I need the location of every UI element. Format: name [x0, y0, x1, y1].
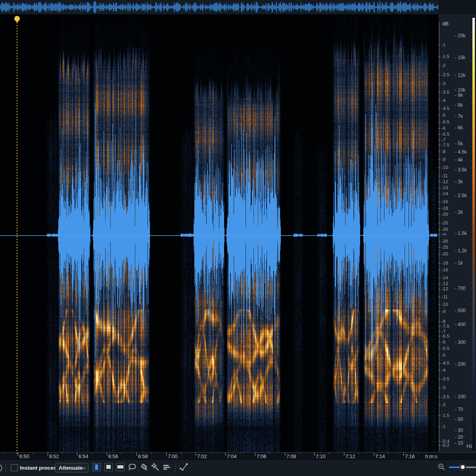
lasso-icon [128, 463, 137, 472]
frequency-selection-tool[interactable] [116, 463, 126, 472]
time-label: 7:10 [316, 454, 325, 459]
colormap-legend[interactable] [472, 18, 475, 450]
playhead-marker[interactable] [14, 16, 20, 21]
brush-selection-tool[interactable] [139, 463, 149, 472]
right-axis-panel: dB -1-1.5-2-2.5-3-3.5-4-4.5-5-5.5-6-6.5-… [438, 14, 476, 452]
time-label: 6:58 [138, 454, 148, 459]
time-frequency-selection-tool[interactable] [104, 463, 114, 472]
zoom-slider[interactable] [449, 466, 476, 468]
time-tick [285, 453, 285, 456]
time-tick [255, 453, 255, 456]
dropdown-value: Attenuate [59, 465, 83, 471]
brush-icon [139, 463, 149, 472]
instant-process-checkbox[interactable] [11, 464, 18, 471]
spectrogram-canvas[interactable] [0, 14, 438, 452]
time-label: 6:50 [19, 454, 29, 459]
levels-bars-icon [162, 463, 172, 472]
connect-points-tool[interactable] [179, 463, 189, 472]
time-tick [18, 453, 18, 456]
playhead-line [17, 22, 17, 455]
magic-wand-icon [151, 463, 160, 472]
chevron-down-icon [82, 467, 86, 470]
time-label: 6:52 [49, 454, 59, 459]
time-label: 7:06 [257, 454, 266, 459]
time-tick [166, 453, 167, 456]
waveform-overview-strip[interactable] [0, 0, 476, 14]
levels-bars-tool[interactable] [162, 463, 172, 472]
overview-waveform-canvas[interactable] [0, 0, 438, 14]
time-tick [314, 453, 315, 456]
time-tick [374, 453, 374, 456]
time-label: 7:14 [375, 454, 385, 459]
time-tick [344, 453, 344, 456]
time-tick [48, 453, 48, 456]
process-module-dropdown[interactable]: Attenuate [55, 463, 88, 472]
connect-points-icon [179, 463, 189, 472]
time-label: 7:04 [227, 454, 236, 459]
zoom-out-icon[interactable] [438, 463, 446, 472]
toolbar-separator [175, 464, 175, 472]
time-tick [403, 453, 404, 456]
time-label: 7:12 [345, 454, 355, 459]
lasso-selection-tool[interactable] [128, 463, 138, 472]
time-label: 7:00 [168, 454, 177, 459]
time-label: 6:54 [79, 454, 88, 459]
bottom-toolbar: Instant process Attenuate [0, 459, 476, 476]
time-label: 7:08 [286, 454, 296, 459]
zoom-slider-handle[interactable] [459, 464, 466, 470]
time-tick [196, 453, 196, 456]
time-tick [136, 453, 137, 456]
time-label: 7:02 [197, 454, 207, 459]
speaker-icon[interactable] [0, 463, 3, 473]
instant-process-label: Instant process [20, 460, 60, 476]
colormap-gradient [472, 18, 475, 450]
spectral-audio-editor: dB -1-1.5-2-2.5-3-3.5-4-4.5-5-5.5-6-6.5-… [0, 0, 476, 476]
db-axis-title: dB [442, 21, 449, 27]
time-unit-label: h:m:s [425, 454, 438, 459]
time-tick [77, 453, 77, 456]
time-selection-tool[interactable] [92, 463, 102, 472]
time-label: 7:16 [405, 454, 415, 459]
time-ruler[interactable]: 6:506:526:546:566:587:007:027:047:067:08… [0, 452, 476, 459]
time-tick [225, 453, 226, 456]
time-label: 6:56 [108, 454, 118, 459]
toolbar-separator [6, 464, 6, 472]
magic-wand-tool[interactable] [151, 463, 161, 472]
db-ruler-line [439, 22, 440, 451]
time-tick [107, 453, 107, 456]
